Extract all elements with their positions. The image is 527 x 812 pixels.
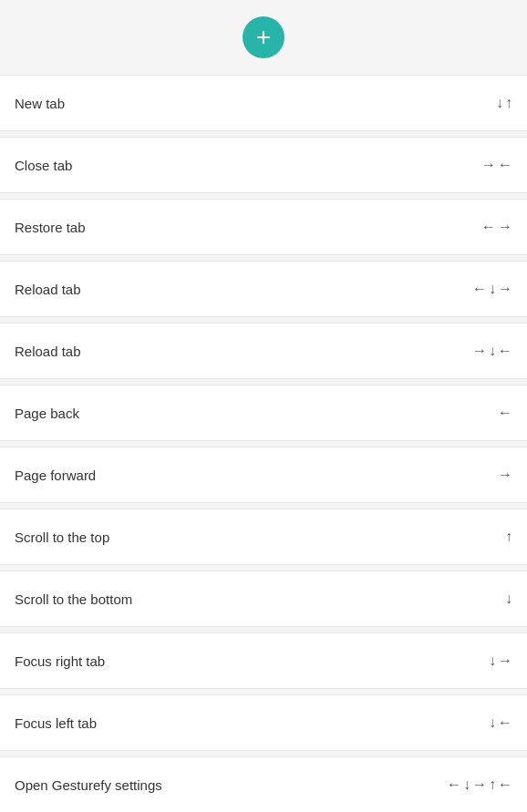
add-button-container: + xyxy=(0,0,527,75)
list-item-close-tab[interactable]: Close tab→← xyxy=(0,137,527,193)
gesture-arrow: ↓ xyxy=(463,776,470,793)
item-gestures-reload-tab-2: →↓← xyxy=(472,343,512,359)
gesture-arrow: ← xyxy=(498,776,512,793)
gesture-arrow: ← xyxy=(498,157,512,173)
item-gestures-focus-right-tab: ↓→ xyxy=(489,653,512,669)
gesture-arrow: → xyxy=(481,157,496,173)
gesture-arrow: → xyxy=(472,776,487,793)
item-label-reload-tab-1: Reload tab xyxy=(15,282,81,297)
gesture-arrow: → xyxy=(498,219,512,235)
gesture-arrow: ← xyxy=(498,343,512,359)
item-gestures-scroll-top: ↑ xyxy=(505,529,512,545)
item-gestures-reload-tab-1: ←↓→ xyxy=(472,281,512,297)
item-label-new-tab: New tab xyxy=(15,96,65,111)
item-label-close-tab: Close tab xyxy=(15,158,72,173)
list-item-reload-tab-1[interactable]: Reload tab←↓→ xyxy=(0,261,527,317)
item-label-open-gesturefy-settings: Open Gesturefy settings xyxy=(15,777,162,793)
list-item-page-forward[interactable]: Page forward→ xyxy=(0,447,527,503)
gesture-arrow: ← xyxy=(481,219,496,235)
gesture-arrow: ← xyxy=(498,714,512,731)
item-label-focus-left-tab: Focus left tab xyxy=(15,715,97,731)
item-gestures-page-forward: → xyxy=(498,467,512,483)
list-item-reload-tab-2[interactable]: Reload tab→↓← xyxy=(0,323,527,379)
gesture-arrow: ← xyxy=(472,281,487,297)
item-gestures-scroll-bottom: ↓ xyxy=(505,591,512,607)
gesture-list: New tab↓↑Close tab→←Restore tab←→Reload … xyxy=(0,75,527,812)
gesture-arrow: ↑ xyxy=(505,529,512,545)
list-item-open-gesturefy-settings[interactable]: Open Gesturefy settings←↓→↑← xyxy=(0,756,527,812)
item-gestures-close-tab: →← xyxy=(481,157,512,173)
list-item-scroll-bottom[interactable]: Scroll to the bottom↓ xyxy=(0,570,527,627)
list-item-new-tab[interactable]: New tab↓↑ xyxy=(0,75,527,131)
item-label-focus-right-tab: Focus right tab xyxy=(15,653,105,669)
list-item-page-back[interactable]: Page back← xyxy=(0,385,527,441)
item-label-scroll-bottom: Scroll to the bottom xyxy=(15,591,132,607)
item-label-reload-tab-2: Reload tab xyxy=(15,344,81,359)
list-item-restore-tab[interactable]: Restore tab←→ xyxy=(0,199,527,255)
gesture-arrow: ↓ xyxy=(496,95,503,111)
list-item-focus-left-tab[interactable]: Focus left tab↓← xyxy=(0,694,527,751)
gesture-arrow: ↑ xyxy=(505,95,512,111)
gesture-arrow: ← xyxy=(447,776,461,793)
gesture-arrow: → xyxy=(472,343,487,359)
item-gestures-page-back: ← xyxy=(498,405,512,421)
gesture-arrow: → xyxy=(498,653,512,669)
item-label-page-back: Page back xyxy=(15,406,79,421)
add-button[interactable]: + xyxy=(243,16,284,58)
item-gestures-open-gesturefy-settings: ←↓→↑← xyxy=(447,776,512,793)
list-item-scroll-top[interactable]: Scroll to the top↑ xyxy=(0,509,527,565)
gesture-arrow: ↓ xyxy=(489,653,496,669)
item-label-page-forward: Page forward xyxy=(15,468,96,483)
list-item-focus-right-tab[interactable]: Focus right tab↓→ xyxy=(0,632,527,689)
item-gestures-restore-tab: ←→ xyxy=(481,219,512,235)
gesture-arrow: ↓ xyxy=(489,343,496,359)
item-label-scroll-top: Scroll to the top xyxy=(15,529,109,545)
gesture-arrow: ↓ xyxy=(489,281,496,297)
item-gestures-focus-left-tab: ↓← xyxy=(489,714,512,731)
item-gestures-new-tab: ↓↑ xyxy=(496,95,512,111)
gesture-arrow: ← xyxy=(498,405,512,421)
gesture-arrow: ↑ xyxy=(489,776,496,793)
gesture-arrow: → xyxy=(498,467,512,483)
item-label-restore-tab: Restore tab xyxy=(15,220,86,235)
gesture-arrow: → xyxy=(498,281,512,297)
gesture-arrow: ↓ xyxy=(489,714,496,731)
gesture-arrow: ↓ xyxy=(505,591,512,607)
